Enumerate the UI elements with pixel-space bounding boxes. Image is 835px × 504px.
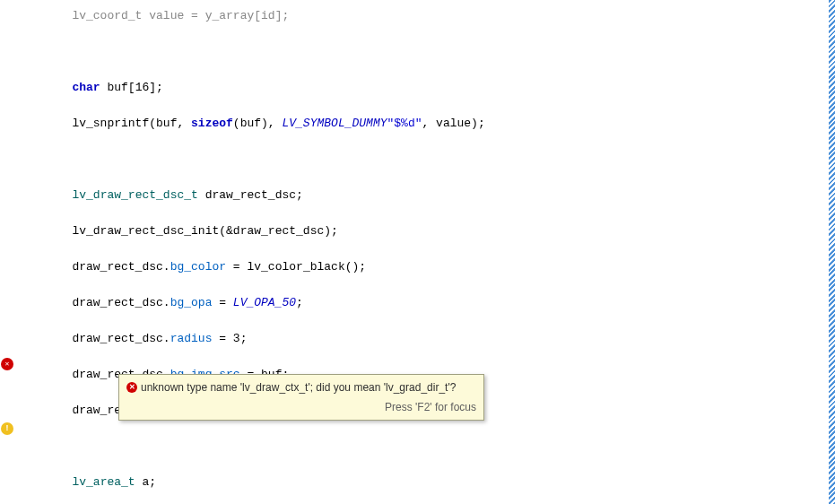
code-area[interactable]: lv_coord_t value = y_array[id]; char buf… <box>16 0 828 504</box>
overview-ruler[interactable] <box>829 0 835 504</box>
code-line: lv_draw_rect_dsc_init(&draw_rect_dsc); <box>16 222 828 240</box>
error-tooltip[interactable]: unknown type name 'lv_draw_ctx_t'; did y… <box>118 374 484 421</box>
code-line: draw_rect_dsc.bg_color = lv_color_black(… <box>16 258 828 276</box>
code-line: draw_rect_dsc.radius = 3; <box>16 330 828 348</box>
code-line: lv_draw_rect_dsc_t draw_rect_dsc; <box>16 187 828 204</box>
code-line: char buf[16]; <box>16 79 828 97</box>
code-line: lv_coord_t value = y_array[id]; <box>16 7 828 25</box>
code-line: lv_snprintf(buf, sizeof(buf), LV_SYMBOL_… <box>16 115 828 133</box>
tooltip-message: unknown type name 'lv_draw_ctx_t'; did y… <box>141 378 456 396</box>
code-line: draw_rect_dsc.bg_opa = LV_OPA_50; <box>16 294 828 312</box>
code-line <box>16 43 828 61</box>
gutter <box>0 0 14 504</box>
code-line <box>16 151 828 169</box>
code-line: lv_area_t a; <box>16 474 828 491</box>
code-line <box>16 438 828 456</box>
error-icon[interactable] <box>1 358 13 370</box>
tooltip-hint: Press 'F2' for focus <box>119 398 483 420</box>
error-icon <box>126 382 137 393</box>
warning-icon[interactable] <box>1 422 13 435</box>
